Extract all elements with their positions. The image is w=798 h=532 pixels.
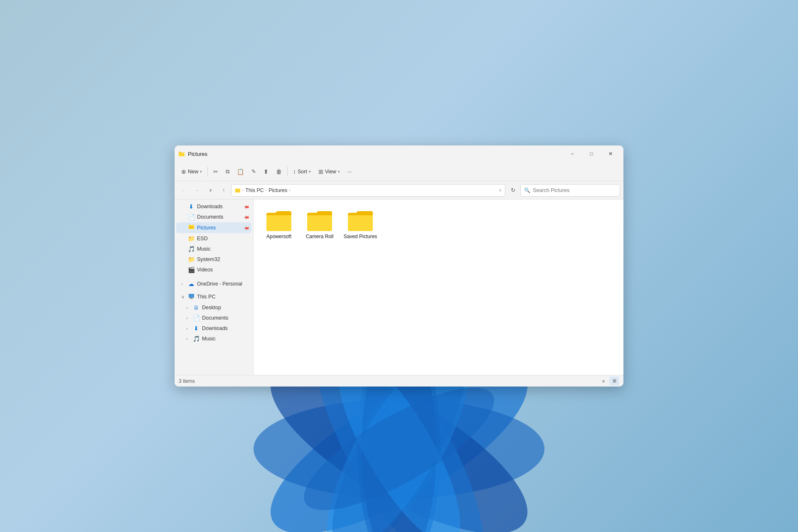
sidebar-label-videos: Videos bbox=[197, 267, 213, 273]
share-icon: ⬆ bbox=[264, 168, 268, 175]
sidebar-item-videos[interactable]: 🎬 Videos bbox=[176, 265, 251, 275]
downloads-expand-arrow: › bbox=[186, 326, 190, 331]
sort-button[interactable]: ↕ Sort ▾ bbox=[290, 166, 314, 177]
share-button[interactable]: ⬆ bbox=[260, 166, 272, 177]
back-button[interactable]: ← bbox=[178, 185, 190, 196]
sidebar-label-music: Music bbox=[197, 246, 211, 252]
delete-button[interactable]: 🗑 bbox=[273, 166, 285, 177]
music-icon: 🎵 bbox=[188, 246, 195, 252]
this-pc-icon bbox=[188, 293, 195, 300]
sidebar-label-system32: System32 bbox=[197, 256, 220, 262]
folder-name-saved-pictures: Saved Pictures bbox=[344, 234, 377, 240]
more-button[interactable]: ··· bbox=[344, 167, 355, 177]
breadcrumb-bar[interactable]: › This PC › Pictures › ∨ bbox=[231, 184, 505, 197]
folder-item-saved-pictures[interactable]: Saved Pictures bbox=[342, 206, 379, 244]
folder-name-camera-roll: Camera Roll bbox=[306, 234, 334, 240]
documents-icon: 📄 bbox=[188, 214, 195, 220]
copy-button[interactable]: ⧉ bbox=[222, 166, 233, 177]
title-bar-left: Pictures bbox=[178, 150, 563, 158]
onedrive-icon: ☁ bbox=[188, 281, 195, 287]
minimize-button[interactable]: − bbox=[563, 147, 582, 160]
svg-point-9 bbox=[289, 366, 509, 532]
dropdown-button[interactable]: ∨ bbox=[204, 185, 216, 196]
this-pc-expand-arrow: ∨ bbox=[181, 294, 185, 300]
view-dropdown-arrow: ▾ bbox=[338, 170, 340, 174]
explorer-window: Pictures − □ ✕ ⊕ New ▾ ✂ ⧉ 📋 ✎ ⬆ bbox=[175, 145, 623, 387]
sidebar-item-downloads-pc[interactable]: › ⬇ Downloads bbox=[176, 323, 251, 333]
sidebar-item-esd[interactable]: 📁 ESD bbox=[176, 234, 251, 244]
documents-pc-icon: 📄 bbox=[193, 315, 200, 321]
sidebar-label-this-pc: This PC bbox=[197, 294, 215, 300]
pin-icon: 📌 bbox=[243, 214, 250, 220]
sidebar-item-documents[interactable]: 📄 Documents 📌 bbox=[176, 212, 251, 222]
sidebar-item-documents-pc[interactable]: › 📄 Documents bbox=[176, 313, 251, 323]
copy-icon: ⧉ bbox=[226, 168, 229, 175]
sidebar-item-pictures[interactable]: Pictures 📌 bbox=[176, 222, 251, 233]
maximize-button[interactable]: □ bbox=[582, 147, 601, 160]
refresh-button[interactable]: ↻ bbox=[507, 185, 519, 196]
breadcrumb-sep-0: › bbox=[242, 188, 244, 192]
search-box[interactable]: 🔍 bbox=[520, 184, 620, 197]
grid-view-button[interactable]: ⊞ bbox=[609, 377, 619, 386]
cut-button[interactable]: ✂ bbox=[210, 166, 222, 177]
desktop-icon: 🖥 bbox=[193, 304, 200, 311]
sidebar-label-music-pc: Music bbox=[202, 336, 216, 342]
folder-grid: Apowersoft Camera Roll bbox=[260, 206, 617, 244]
svg-rect-13 bbox=[188, 294, 194, 298]
sidebar-item-system32[interactable]: 📁 System32 bbox=[176, 254, 251, 264]
pictures-icon bbox=[188, 224, 195, 232]
sidebar-label-documents-pc: Documents bbox=[202, 315, 228, 321]
sidebar-label-onedrive: OneDrive - Personal bbox=[197, 281, 242, 287]
list-view-button[interactable]: ≡ bbox=[598, 377, 608, 386]
paste-icon: 📋 bbox=[237, 168, 244, 175]
forward-button[interactable]: → bbox=[191, 185, 203, 196]
breadcrumb-this-pc[interactable]: This PC bbox=[245, 187, 264, 193]
sidebar-item-downloads[interactable]: ⬇ Downloads 📌 bbox=[176, 202, 251, 212]
sidebar-item-this-pc-header[interactable]: ∨ This PC bbox=[176, 291, 251, 302]
up-button[interactable]: ↑ bbox=[218, 185, 229, 196]
pin-icon: 📌 bbox=[243, 224, 250, 231]
rename-icon: ✎ bbox=[251, 168, 256, 175]
pin-icon: 📌 bbox=[243, 203, 250, 210]
folder-item-camera-roll[interactable]: Camera Roll bbox=[301, 206, 338, 244]
music-expand-arrow: › bbox=[186, 336, 190, 341]
sidebar-item-desktop[interactable]: › 🖥 Desktop bbox=[176, 303, 251, 313]
view-icon: ⊞ bbox=[318, 168, 323, 175]
folder-item-apowersoft[interactable]: Apowersoft bbox=[260, 206, 298, 244]
onedrive-expand-arrow: › bbox=[181, 281, 185, 286]
system32-icon: 📁 bbox=[188, 256, 195, 263]
desktop-expand-arrow: › bbox=[186, 305, 190, 310]
folder-name-apowersoft: Apowersoft bbox=[266, 234, 291, 240]
rename-button[interactable]: ✎ bbox=[248, 166, 259, 177]
sidebar-item-music[interactable]: 🎵 Music bbox=[176, 244, 251, 254]
item-count: 3 items bbox=[179, 378, 195, 384]
breadcrumb-sep-1: › bbox=[266, 188, 267, 192]
search-icon: 🔍 bbox=[524, 187, 530, 193]
documents-expand-arrow: › bbox=[186, 315, 190, 320]
sidebar: ⬇ Downloads 📌 📄 Documents 📌 bbox=[175, 200, 254, 375]
folder-icon-saved-pictures bbox=[347, 209, 374, 231]
toolbar: ⊕ New ▾ ✂ ⧉ 📋 ✎ ⬆ 🗑 ↕ Sort ▾ ⊞ bbox=[175, 162, 623, 181]
new-button[interactable]: ⊕ New ▾ bbox=[178, 166, 205, 177]
delete-icon: 🗑 bbox=[276, 168, 282, 175]
folder-icon-camera-roll bbox=[306, 209, 333, 231]
sidebar-label-esd: ESD bbox=[197, 236, 208, 241]
breadcrumb-pictures[interactable]: Pictures bbox=[268, 187, 287, 193]
sidebar-item-onedrive[interactable]: › ☁ OneDrive - Personal bbox=[176, 279, 251, 289]
folder-icon-apowersoft bbox=[266, 209, 292, 231]
sort-dropdown-arrow: ▾ bbox=[309, 170, 311, 174]
sidebar-label-pictures: Pictures bbox=[197, 225, 216, 231]
sidebar-item-music-pc[interactable]: › 🎵 Music bbox=[176, 334, 251, 344]
downloads-pc-icon: ⬇ bbox=[193, 325, 200, 332]
close-button[interactable]: ✕ bbox=[601, 147, 620, 160]
sort-icon: ↕ bbox=[293, 168, 296, 175]
sidebar-label-desktop: Desktop bbox=[202, 305, 221, 310]
window-controls: − □ ✕ bbox=[563, 147, 620, 160]
paste-button[interactable]: 📋 bbox=[234, 166, 247, 177]
search-input[interactable] bbox=[533, 187, 616, 193]
toolbar-sep-2 bbox=[287, 167, 288, 177]
breadcrumb-dropdown[interactable]: ∨ bbox=[499, 188, 502, 192]
sidebar-label-documents: Documents bbox=[197, 214, 223, 220]
sidebar-label-downloads: Downloads bbox=[197, 204, 223, 209]
view-button[interactable]: ⊞ View ▾ bbox=[315, 166, 343, 177]
